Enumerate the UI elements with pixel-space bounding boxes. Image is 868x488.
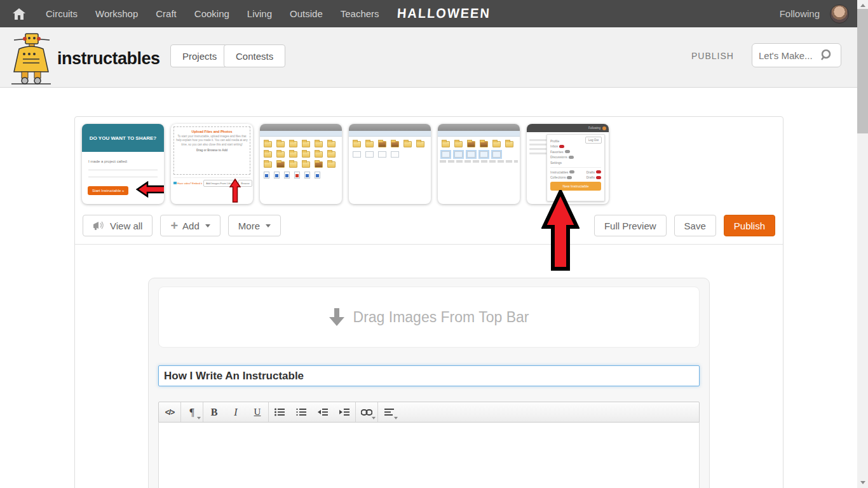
scroll-down-button[interactable] [857, 477, 868, 488]
media-thumbnail-file-explorer-3[interactable] [438, 124, 520, 204]
window-toolbar [438, 131, 520, 137]
window-titlebar [349, 124, 431, 131]
add-button[interactable]: + Add [160, 215, 220, 236]
word-doc-icon [284, 172, 290, 179]
numbered-list-button[interactable] [290, 402, 312, 422]
nav-item-teachers[interactable]: Teachers [332, 8, 388, 19]
media-thumbnail-file-explorer-1[interactable] [260, 124, 342, 204]
full-preview-button[interactable]: Full Preview [594, 215, 667, 236]
nav-item-outside[interactable]: Outside [281, 8, 332, 19]
selected-file-icon [480, 151, 488, 158]
tray-button-row: View all + Add More Full Preview Save Pu… [75, 215, 783, 236]
editor-content-area[interactable] [158, 423, 700, 488]
outdent-button[interactable] [312, 402, 334, 422]
media-thumbnail-start-instructable[interactable]: DO YOU WANT TO SHARE? I made a project c… [82, 124, 164, 204]
paragraph-style-button[interactable]: ¶ [181, 402, 203, 422]
media-thumbnail-file-explorer-2[interactable] [349, 124, 431, 204]
bullet-list-button[interactable] [269, 402, 290, 422]
save-button[interactable]: Save [674, 215, 716, 236]
folder-icon [327, 161, 336, 168]
align-button[interactable] [378, 402, 400, 422]
more-button[interactable]: More [228, 215, 281, 236]
red-arrow-up-annotation [541, 190, 580, 271]
publish-link[interactable]: PUBLISH [691, 51, 734, 61]
user-avatar[interactable] [830, 4, 849, 24]
nav-item-craft[interactable]: Craft [147, 8, 186, 19]
brand-logo[interactable]: instructables [10, 32, 160, 85]
nav-item-living[interactable]: Living [238, 8, 281, 19]
underline-button[interactable]: U [247, 402, 268, 422]
folder-icon [505, 141, 513, 147]
badge [559, 145, 564, 148]
scrollbar-thumb[interactable] [857, 9, 868, 133]
view-all-button[interactable]: View all [83, 215, 153, 236]
badge [569, 170, 574, 173]
file-icon [378, 151, 386, 158]
menu-item: Drafts [587, 170, 601, 174]
megaphone-icon [93, 220, 105, 231]
selected-file-icon [492, 151, 501, 158]
word-doc-icon [274, 172, 280, 179]
folder-icon [403, 141, 412, 147]
folder-icon [302, 141, 310, 147]
folder-icon [353, 141, 361, 147]
link-button[interactable] [356, 402, 377, 422]
editor-toolbar: </> ¶ B I U [158, 402, 700, 423]
folder-icon [289, 161, 297, 168]
nav-item-circuits[interactable]: Circuits [37, 8, 86, 19]
folder-icon [327, 151, 336, 158]
selected-file-icon [454, 151, 463, 158]
code-view-button[interactable]: </> [159, 402, 180, 422]
folder-icon [442, 141, 450, 147]
word-doc-icon [315, 172, 320, 179]
home-icon[interactable] [13, 8, 25, 20]
thumb-start-button: Start Instructable » [88, 186, 128, 195]
folder-icon [327, 141, 336, 147]
logout-button: Log Out [585, 137, 602, 144]
window-toolbar [260, 131, 342, 137]
file-icon [391, 151, 399, 158]
thumb-input-line [88, 170, 158, 170]
folder-icon [378, 141, 386, 147]
upload-title: Upload Files and Photos [174, 130, 250, 133]
badge [596, 170, 601, 173]
bold-button[interactable]: B [203, 402, 225, 422]
media-thumbnail-upload-dialog[interactable]: Upload Files and Photos To start your In… [171, 124, 253, 204]
italic-button[interactable]: I [225, 402, 247, 422]
folder-icon [264, 141, 272, 147]
indent-button[interactable] [334, 402, 355, 422]
nav-item-cooking[interactable]: Cooking [186, 8, 238, 19]
badge [569, 156, 574, 159]
upload-dropzone-mini: Upload Files and Photos To start your In… [173, 126, 250, 175]
menu-item: Discussions [550, 155, 601, 159]
contests-button[interactable]: Contests [224, 44, 285, 67]
add-label: Add [182, 220, 200, 231]
folder-icon [302, 151, 310, 158]
publish-button[interactable]: Publish [724, 215, 775, 236]
search-input[interactable] [759, 50, 822, 61]
thumb-prompt: I made a project called: [88, 159, 164, 163]
word-doc-icon [264, 172, 269, 179]
image-drop-zone[interactable]: Drag Images From Top Bar [158, 287, 700, 348]
title-input[interactable] [158, 365, 700, 386]
chevron-down-icon [372, 417, 376, 419]
folder-icon [467, 141, 475, 147]
projects-button[interactable]: Projects [170, 44, 229, 67]
folder-icon [492, 141, 501, 147]
nav-item-workshop[interactable]: Workshop [86, 8, 147, 19]
folder-icon [480, 141, 488, 147]
search-icon[interactable] [820, 48, 834, 62]
selected-file-icon [467, 151, 475, 158]
badge [565, 150, 570, 153]
folder-icon [276, 151, 285, 158]
following-link[interactable]: Following [780, 8, 820, 19]
drop-zone-label: Drag Images From Top Bar [353, 309, 529, 326]
thumbnail-strip: DO YOU WANT TO SHARE? I made a project c… [82, 124, 609, 204]
menu-item: Settings [550, 161, 601, 165]
search-box [752, 43, 841, 67]
upload-body-text: To start your Instructable, upload image… [174, 135, 250, 147]
nav-item-halloween[interactable]: HALLOWEEN [388, 6, 500, 21]
page-scrollbar[interactable] [857, 0, 868, 488]
window-titlebar [260, 124, 342, 131]
mini-following-label: Following [588, 126, 600, 130]
